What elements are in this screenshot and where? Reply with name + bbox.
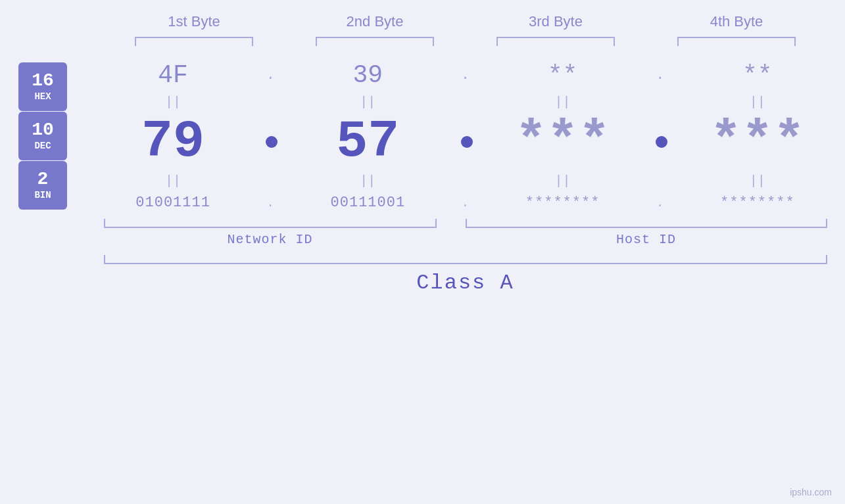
dec-val-3: *** [516, 112, 610, 172]
hex-number: 16 [32, 72, 54, 90]
hex-cell-2: 39 [280, 61, 455, 89]
hex-badge: 16 HEX [18, 62, 67, 111]
bin-number: 2 [37, 170, 49, 189]
eq2-3: || [475, 175, 650, 188]
bottom-brackets [104, 219, 827, 228]
main-container: 1st Byte 2nd Byte 3rd Byte 4th Byte 16 H… [0, 0, 845, 504]
eq1-4: || [670, 96, 845, 109]
dec-val-2: 57 [336, 112, 399, 172]
bottom-section: Network ID Host ID Class A [104, 219, 827, 295]
dec-val-4: *** [710, 112, 805, 172]
bin-cell-1: 01001111 [85, 195, 260, 211]
bin-val-1: 01001111 [135, 195, 210, 211]
bin-cell-3: ******** [475, 195, 650, 211]
hex-val-4: ** [742, 61, 773, 89]
big-dot-2 [461, 136, 473, 148]
hex-dot-3: . [650, 67, 670, 83]
bracket-top-2 [316, 37, 434, 46]
bin-dot-1: . [260, 196, 280, 210]
bin-dot-3: . [650, 196, 670, 210]
host-id-label: Host ID [466, 232, 827, 247]
dec-row: 79 57 *** *** [85, 110, 845, 173]
dec-dot-2 [456, 132, 475, 152]
bracket-top-4 [677, 37, 796, 46]
top-brackets [104, 37, 827, 46]
bin-val-4: ******** [720, 195, 795, 211]
dec-dot-3 [650, 132, 670, 152]
eq2-1: || [85, 175, 260, 188]
bin-row: 01001111 . 00111001 . ******** . *******… [85, 189, 845, 216]
hex-cell-1: 4F [85, 61, 260, 89]
hex-val-3: ** [548, 61, 578, 89]
byte-header-4: 4th Byte [646, 13, 827, 30]
dec-val-1: 79 [141, 112, 205, 172]
eq1-1: || [85, 96, 260, 109]
bracket-top-3 [496, 37, 615, 46]
byte-header-2: 2nd Byte [285, 13, 466, 30]
bracket-cell-2 [285, 37, 466, 46]
network-id-bracket [104, 219, 437, 228]
dec-dot-1 [260, 132, 280, 152]
hex-dot-1: . [260, 67, 280, 83]
bin-val-2: 00111001 [331, 195, 406, 211]
byte-header-3: 3rd Byte [466, 13, 646, 30]
eq1-2: || [280, 96, 455, 109]
dec-cell-2: 57 [280, 116, 455, 168]
dec-badge: 10 DEC [18, 112, 67, 160]
bracket-cell-3 [466, 37, 646, 46]
dec-cell-3: *** [475, 116, 650, 168]
byte-header-1: 1st Byte [104, 13, 285, 30]
big-dot-3 [656, 136, 667, 148]
eq1-3: || [475, 96, 650, 109]
bin-cell-4: ******** [670, 195, 845, 211]
right-content: 4F . 39 . ** . ** || || [85, 56, 845, 216]
byte-headers-row: 1st Byte 2nd Byte 3rd Byte 4th Byte [104, 13, 827, 30]
equals-row-2: || || || || [85, 173, 845, 189]
bin-val-3: ******** [525, 195, 600, 211]
hex-cell-4: ** [670, 61, 845, 89]
watermark: ipshu.com [790, 487, 832, 497]
dec-label: DEC [34, 141, 51, 151]
dec-cell-1: 79 [85, 116, 260, 168]
dec-cell-4: *** [670, 116, 845, 168]
bracket-cell-4 [646, 37, 827, 46]
class-label: Class A [104, 271, 827, 295]
bin-dot-2: . [456, 196, 475, 210]
id-gap [437, 232, 466, 247]
hex-val-1: 4F [158, 61, 188, 89]
hex-dot-2: . [456, 67, 475, 83]
bin-label: BIN [34, 190, 51, 200]
bracket-top-1 [135, 37, 253, 46]
left-labels: 16 HEX 10 DEC 2 BIN [0, 56, 85, 216]
content-area: 16 HEX 10 DEC 2 BIN 4F . 39 [0, 56, 845, 216]
big-dot-1 [266, 136, 278, 148]
network-id-label: Network ID [104, 232, 437, 247]
id-labels: Network ID Host ID [104, 232, 827, 247]
host-id-bracket [466, 219, 827, 228]
eq2-2: || [280, 175, 455, 188]
dec-number: 10 [32, 121, 54, 139]
hex-label: HEX [34, 91, 51, 102]
bin-cell-2: 00111001 [280, 195, 455, 211]
equals-row-1: || || || || [85, 95, 845, 110]
hex-row: 4F . 39 . ** . ** [85, 56, 845, 95]
class-bracket [104, 255, 827, 264]
hex-val-2: 39 [353, 61, 383, 89]
bin-badge: 2 BIN [18, 161, 67, 210]
bracket-cell-1 [104, 37, 285, 46]
hex-cell-3: ** [475, 61, 650, 89]
eq2-4: || [670, 175, 845, 188]
